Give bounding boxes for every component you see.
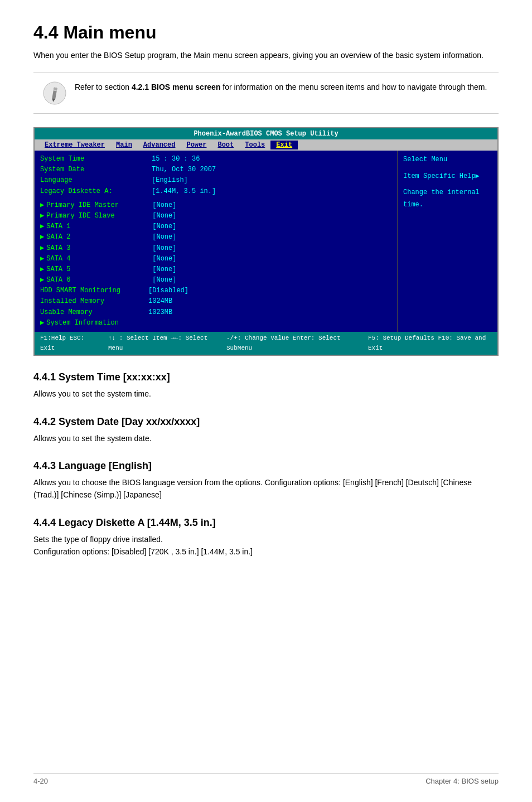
bios-content: System Time 15 : 30 : 36 System Date Thu… [35,151,497,332]
note-box: Refer to section 4.2.1 BIOS menu screen … [33,73,499,114]
bios-row-usable-memory: Usable Memory 1023MB [40,307,391,318]
bios-label-usable-memory: Usable Memory [40,307,148,318]
bios-value-sata1: [None] [152,221,176,232]
bios-row-installed-memory: Installed Memory 1024MB [40,296,391,307]
bios-left-panel: System Time 15 : 30 : 36 System Date Thu… [35,151,397,332]
bios-help-item-specific: Item Specific Help▶ [403,171,492,183]
bios-value-system-date: Thu, Oct 30 2007 [152,165,216,175]
bios-row-system-date: System Date Thu, Oct 30 2007 [40,165,391,175]
bios-footer-col2: ↑↓ : Select Item →←: Select Menu [108,334,215,353]
bios-title-bar: Phoenix-AwardBIOS CMOS Setup Utility [35,128,497,139]
bios-value-language: [English] [152,175,188,186]
bios-value-usable-memory: 1023MB [148,307,172,318]
bios-arrow-system-info: ▶ [40,318,44,328]
bios-arrow-primary-ide-slave: ▶ [40,211,44,221]
page-title: 4.4 Main menu [33,22,499,43]
section-442: 4.4.2 System Date [Day xx/xx/xxxx] Allow… [33,416,499,445]
bios-value-sata3: [None] [152,243,176,254]
bios-submenu-primary-ide-master: ▶ Primary IDE Master [None] [40,200,391,211]
page-footer: 4-20 Chapter 4: BIOS setup [33,773,499,785]
footer-chapter: Chapter 4: BIOS setup [425,777,499,785]
bios-value-sata5: [None] [152,264,176,275]
bios-arrow-sata3: ▶ [40,243,44,254]
bios-value-sata6: [None] [152,275,176,286]
bios-value-installed-memory: 1024MB [148,296,172,307]
bios-menu-bar: Extreme Tweaker Main Advanced Power Boot… [35,139,497,151]
section-442-body: Allows you to set the system date. [33,432,499,445]
bios-value-system-time: 15 : 30 : 36 [152,154,200,165]
bios-submenu-sata4: ▶ SATA 4 [None] [40,254,391,264]
bios-submenu-sata1: ▶ SATA 1 [None] [40,221,391,232]
bios-value-primary-ide-master: [None] [152,200,176,211]
section-444: 4.4.4 Legacy Diskette A [1.44M, 3.5 in.]… [33,517,499,558]
bios-footer-f1: F1:Help [40,335,66,341]
section-442-heading: 4.4.2 System Date [Day xx/xx/xxxx] [33,416,499,428]
bios-footer-col1: F1:Help ESC: Exit [40,334,97,353]
bios-footer-col4: F5: Setup Defaults F10: Save and Exit [368,334,492,353]
bios-menu-tools[interactable]: Tools [239,141,270,149]
bios-arrow-sata6: ▶ [40,275,44,286]
bios-label-sata1: SATA 1 [46,221,152,232]
bios-submenu-sata5: ▶ SATA 5 [None] [40,264,391,275]
bios-row-legacy-diskette: Legacy Diskette A: [1.44M, 3.5 in.] [40,186,391,197]
section-443: 4.4.3 Language [English] Allows you to c… [33,460,499,501]
bios-label-system-info: System Information [46,318,152,328]
bios-submenu-primary-ide-slave: ▶ Primary IDE Slave [None] [40,211,391,221]
bios-label-language: Language [40,175,152,186]
bios-value-sata2: [None] [152,232,176,243]
section-444-heading: 4.4.4 Legacy Diskette A [1.44M, 3.5 in.] [33,517,499,529]
bios-menu-main[interactable]: Main [110,141,138,149]
bios-label-installed-memory: Installed Memory [40,296,148,307]
section-441-heading: 4.4.1 System Time [xx:xx:xx] [33,371,499,383]
bios-label-sata5: SATA 5 [46,264,152,275]
bios-label-legacy-diskette: Legacy Diskette A: [40,186,152,197]
section-441-body: Allows you to set the system time. [33,388,499,400]
bios-arrow-sata1: ▶ [40,221,44,232]
bios-row-language: Language [English] [40,175,391,186]
bios-footer: F1:Help ESC: Exit ↑↓ : Select Item →←: S… [35,332,497,355]
bios-menu-boot[interactable]: Boot [212,141,239,149]
bios-submenu-sata2: ▶ SATA 2 [None] [40,232,391,243]
bios-row-system-time: System Time 15 : 30 : 36 [40,154,391,165]
bios-help-change-internal: Change the internal [403,187,492,199]
bios-help-time: time. [403,199,492,211]
note-text: Refer to section 4.2.1 BIOS menu screen … [75,81,487,93]
section-443-heading: 4.4.3 Language [English] [33,460,499,472]
bios-value-primary-ide-slave: [None] [152,211,176,221]
bios-footer-updown: ↑↓ : Select Item [108,335,167,341]
bios-label-primary-ide-slave: Primary IDE Slave [46,211,152,221]
bios-arrow-sata5: ▶ [40,264,44,275]
bios-submenu-system-info: ▶ System Information [40,318,391,328]
bios-menu-advanced[interactable]: Advanced [138,141,181,149]
section-444-body: Sets the type of floppy drive installed.… [33,533,499,558]
bios-footer-plusminus: -/+: Change Value [226,335,289,341]
bios-label-sata2: SATA 2 [46,232,152,243]
bios-footer-col3: -/+: Change Value Enter: Select SubMenu [226,334,357,353]
page-intro: When you enter the BIOS Setup program, t… [33,50,499,61]
bios-screenshot: Phoenix-AwardBIOS CMOS Setup Utility Ext… [33,127,499,356]
bios-label-sata4: SATA 4 [46,254,152,264]
section-441: 4.4.1 System Time [xx:xx:xx] Allows you … [33,371,499,400]
bios-submenu-sata3: ▶ SATA 3 [None] [40,243,391,254]
note-pencil-icon [42,81,67,105]
bios-menu-power[interactable]: Power [181,141,212,149]
bios-value-sata4: [None] [152,254,176,264]
bios-value-legacy-diskette: [1.44M, 3.5 in.] [152,186,216,197]
bios-label-hdd-smart: HDD SMART Monitoring [40,286,148,296]
bios-arrow-sata2: ▶ [40,232,44,243]
bios-arrow-sata4: ▶ [40,254,44,264]
bios-label-system-date: System Date [40,165,152,175]
bios-footer-f5: F5: Setup Defaults [368,335,434,341]
bios-right-panel: Select Menu Item Specific Help▶ Change t… [397,151,497,332]
bios-menu-extreme-tweaker[interactable]: Extreme Tweaker [39,141,110,149]
footer-page-number: 4-20 [33,777,48,785]
bios-arrow-primary-ide-master: ▶ [40,200,44,211]
bios-label-system-time: System Time [40,154,152,165]
bios-help-select-menu: Select Menu [403,154,492,166]
bios-value-hdd-smart: [Disabled] [148,286,188,296]
bios-row-hdd-smart: HDD SMART Monitoring [Disabled] [40,286,391,296]
bios-label-primary-ide-master: Primary IDE Master [46,200,152,211]
section-443-body: Allows you to choose the BIOS language v… [33,476,499,501]
bios-menu-exit[interactable]: Exit [270,141,298,149]
bios-label-sata3: SATA 3 [46,243,152,254]
